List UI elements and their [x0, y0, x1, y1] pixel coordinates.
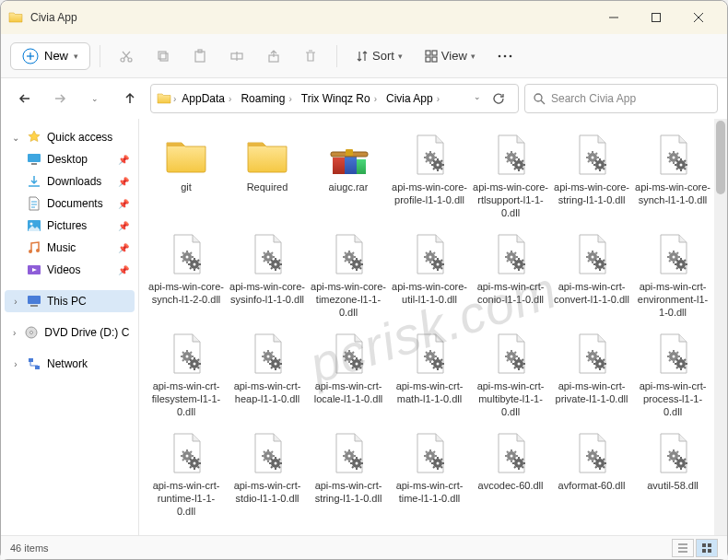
svg-point-287: [267, 356, 270, 358]
svg-point-257: [680, 263, 683, 266]
icons-view-button[interactable]: [696, 539, 718, 557]
svg-point-537: [680, 462, 683, 465]
file-item[interactable]: avutil-58.dll: [633, 425, 712, 522]
file-item[interactable]: api-ms-win-crt-convert-l1-1-0.dll: [552, 226, 631, 323]
details-view-button[interactable]: [672, 539, 694, 557]
pictures-icon: [27, 218, 41, 233]
svg-point-127: [186, 256, 189, 259]
file-item[interactable]: api-ms-win-core-util-l1-1-0.dll: [390, 226, 469, 323]
file-item[interactable]: api-ms-win-crt-environment-l1-1-0.dll: [633, 226, 712, 323]
svg-point-77: [518, 164, 521, 167]
content-area: gitRequiredaiugc.rarapi-ms-win-core-prof…: [139, 119, 727, 535]
scrollbar-thumb[interactable]: [716, 121, 725, 194]
share-button[interactable]: [257, 40, 290, 73]
videos-icon: [27, 262, 41, 277]
refresh-button[interactable]: [492, 92, 505, 105]
file-item[interactable]: api-ms-win-crt-private-l1-1-0.dll: [552, 325, 631, 423]
file-item[interactable]: api-ms-win-crt-string-l1-1-0.dll: [309, 425, 388, 522]
sidebar-item-music[interactable]: Music📌: [5, 237, 135, 259]
svg-line-463: [360, 467, 362, 469]
file-item[interactable]: git: [147, 126, 226, 224]
file-item[interactable]: api-ms-win-crt-math-l1-1-0.dll: [390, 325, 469, 423]
close-button[interactable]: [677, 3, 720, 32]
maximize-button[interactable]: [635, 3, 677, 32]
dll-file-icon: [486, 428, 535, 478]
svg-line-55: [426, 161, 428, 163]
forward-button[interactable]: [45, 84, 75, 113]
file-label: api-ms-win-crt-conio-l1-1-0.dll: [473, 281, 548, 320]
svg-line-102: [595, 160, 597, 162]
dll-file-icon: [242, 229, 292, 279]
back-button[interactable]: [10, 84, 40, 113]
sidebar-quick-access[interactable]: ⌄ Quick access: [5, 126, 135, 148]
file-item[interactable]: api-ms-win-crt-stdio-l1-1-0.dll: [228, 425, 307, 522]
file-item[interactable]: api-ms-win-core-synch-l1-1-0.dll: [633, 126, 712, 224]
sort-button[interactable]: Sort ▾: [346, 43, 412, 68]
svg-point-437: [275, 462, 277, 465]
new-button[interactable]: New ▾: [10, 42, 90, 70]
sidebar-item-desktop[interactable]: Desktop📌: [5, 148, 135, 170]
file-item[interactable]: api-ms-win-core-string-l1-1-0.dll: [552, 126, 631, 224]
pin-icon: 📌: [118, 221, 129, 231]
file-item[interactable]: api-ms-win-core-sysinfo-l1-1-0.dll: [228, 226, 307, 323]
sidebar-item-network[interactable]: ›Network: [5, 353, 135, 375]
plus-icon: [22, 48, 39, 64]
svg-line-325: [352, 368, 354, 369]
copy-button[interactable]: [147, 40, 180, 73]
svg-point-457: [356, 462, 358, 465]
file-item[interactable]: api-ms-win-crt-time-l1-1-0.dll: [390, 425, 469, 522]
disc-icon: [24, 325, 39, 340]
window-title: Civia App: [30, 11, 593, 24]
more-button[interactable]: [488, 40, 522, 73]
search-input[interactable]: Search Civia App: [524, 84, 718, 113]
svg-line-284: [198, 359, 200, 361]
sidebar-item-this-pc[interactable]: ›This PC: [5, 290, 135, 312]
file-item[interactable]: api-ms-win-crt-runtime-l1-1-0.dll: [147, 425, 226, 522]
paste-button[interactable]: [183, 40, 217, 73]
file-item[interactable]: api-ms-win-crt-process-l1-1-0.dll: [633, 325, 712, 423]
breadcrumb-segment[interactable]: AppData ›: [178, 92, 235, 105]
recent-button[interactable]: ⌄: [80, 84, 110, 113]
minimize-button[interactable]: [593, 3, 635, 32]
svg-point-367: [592, 356, 594, 358]
file-item[interactable]: api-ms-win-core-profile-l1-1-0.dll: [390, 126, 469, 224]
scrollbar[interactable]: [714, 119, 727, 535]
downloads-icon: [27, 174, 41, 189]
file-item[interactable]: api-ms-win-crt-heap-l1-1-0.dll: [228, 325, 307, 423]
sidebar-item-documents[interactable]: Documents📌: [5, 192, 135, 215]
breadcrumb-segment[interactable]: Roaming ›: [237, 92, 295, 105]
sidebar-item-dvd[interactable]: ›DVD Drive (D:) CCCC: [5, 321, 135, 344]
file-label: api-ms-win-crt-stdio-l1-1-0.dll: [229, 480, 305, 519]
sidebar-item-pictures[interactable]: Pictures📌: [5, 215, 135, 237]
svg-line-132: [182, 252, 184, 254]
file-item[interactable]: api-ms-win-crt-multibyte-l1-1-0.dll: [471, 325, 550, 423]
file-item[interactable]: api-ms-win-core-rtlsupport-l1-1-0.dll: [471, 126, 550, 224]
rename-button[interactable]: [220, 40, 253, 73]
svg-point-107: [673, 157, 675, 159]
svg-point-30: [30, 223, 33, 226]
cut-button[interactable]: [110, 40, 143, 73]
sidebar-item-videos[interactable]: Videos📌: [5, 259, 135, 281]
svg-line-84: [523, 160, 524, 162]
file-item[interactable]: avformat-60.dll: [552, 425, 631, 522]
file-item[interactable]: avcodec-60.dll: [471, 425, 550, 522]
file-item[interactable]: Required: [228, 126, 307, 224]
dropdown-button[interactable]: ⌄: [474, 92, 481, 105]
file-item[interactable]: aiugc.rar: [309, 126, 388, 224]
sidebar-item-downloads[interactable]: Downloads📌: [5, 170, 135, 192]
file-item[interactable]: api-ms-win-crt-conio-l1-1-0.dll: [471, 226, 550, 323]
breadcrumb-segment[interactable]: Civia App ›: [382, 92, 443, 105]
file-item[interactable]: api-ms-win-crt-locale-l1-1-0.dll: [309, 325, 388, 423]
delete-button[interactable]: [294, 40, 327, 73]
file-item[interactable]: api-ms-win-core-timezone-l1-1-0.dll: [309, 226, 388, 323]
svg-line-302: [271, 359, 273, 361]
breadcrumb-segment[interactable]: Trix Winqz Ro ›: [298, 92, 381, 105]
svg-line-275: [182, 360, 184, 362]
file-label: avcodec-60.dll: [478, 480, 544, 519]
file-item[interactable]: api-ms-win-core-synch-l1-2-0.dll: [147, 226, 226, 323]
view-button[interactable]: View ▾: [416, 43, 485, 68]
up-button[interactable]: [115, 84, 145, 113]
breadcrumb[interactable]: › AppData › Roaming › Trix Winqz Ro › Ci…: [150, 84, 519, 113]
file-item[interactable]: api-ms-win-crt-filesystem-l1-1-0.dll: [147, 325, 226, 423]
dll-file-icon: [161, 329, 211, 379]
